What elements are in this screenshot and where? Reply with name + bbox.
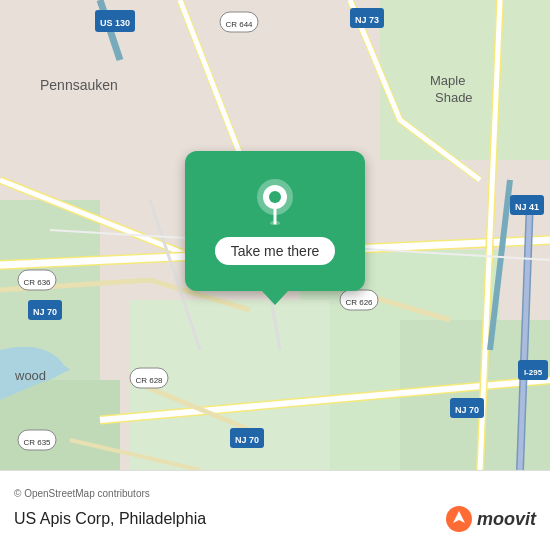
moovit-icon	[445, 505, 473, 533]
map-container: US 130 NJ 73 NJ 70 NJ 41 I-295 CR 644 CR…	[0, 0, 550, 470]
moovit-wordmark: moovit	[477, 509, 536, 530]
take-me-there-button[interactable]: Take me there	[215, 237, 336, 265]
svg-text:Pennsauken: Pennsauken	[40, 77, 118, 93]
svg-text:NJ 70: NJ 70	[33, 307, 57, 317]
location-label: US Apis Corp, Philadelphia	[14, 510, 206, 528]
bottom-bar: © OpenStreetMap contributors US Apis Cor…	[0, 470, 550, 550]
svg-text:CR 626: CR 626	[345, 298, 373, 307]
svg-text:CR 635: CR 635	[23, 438, 51, 447]
svg-point-37	[269, 191, 281, 203]
svg-text:CR 644: CR 644	[225, 20, 253, 29]
attribution-text: © OpenStreetMap contributors	[14, 488, 536, 499]
svg-text:NJ 70: NJ 70	[235, 435, 259, 445]
svg-text:NJ 73: NJ 73	[355, 15, 379, 25]
svg-text:CR 636: CR 636	[23, 278, 51, 287]
popup-card: Take me there	[185, 151, 365, 291]
popup-overlay: Take me there	[185, 151, 365, 291]
svg-text:NJ 70: NJ 70	[455, 405, 479, 415]
svg-text:Shade: Shade	[435, 90, 473, 105]
svg-text:NJ 41: NJ 41	[515, 202, 539, 212]
svg-text:US 130: US 130	[100, 18, 130, 28]
svg-point-38	[270, 221, 280, 225]
moovit-logo: moovit	[445, 505, 536, 533]
svg-text:CR 628: CR 628	[135, 376, 163, 385]
svg-rect-4	[0, 380, 120, 470]
svg-text:wood: wood	[14, 368, 46, 383]
svg-text:Maple: Maple	[430, 73, 465, 88]
location-pin-icon	[251, 177, 299, 225]
svg-text:I-295: I-295	[524, 368, 543, 377]
bottom-row: US Apis Corp, Philadelphia moovit	[14, 505, 536, 533]
